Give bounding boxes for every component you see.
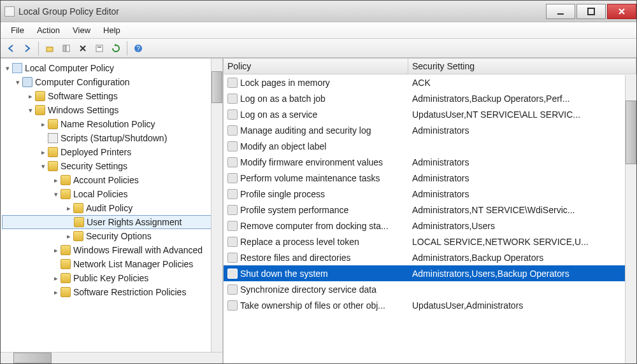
policy-name: Synchronize directory service data: [240, 284, 376, 295]
expand-toggle[interactable]: ▾: [26, 106, 35, 115]
menubar: File Action View Help: [1, 22, 636, 39]
script-icon: [48, 133, 58, 143]
menu-file[interactable]: File: [4, 24, 31, 37]
list-row[interactable]: Modify firmware environment valuesAdmini…: [224, 154, 636, 170]
list-header: Policy Security Setting: [224, 59, 636, 74]
expand-toggle[interactable]: ▸: [52, 246, 61, 255]
policy-name: Profile single process: [240, 189, 325, 199]
list-row[interactable]: Manage auditing and security logAdminist…: [224, 122, 636, 138]
tree-item[interactable]: ▸Name Resolution Policy: [2, 117, 221, 131]
expand-toggle[interactable]: ▾: [13, 78, 22, 87]
list-row[interactable]: Replace a process level tokenLOCAL SERVI…: [224, 234, 636, 249]
forward-button[interactable]: [20, 41, 35, 56]
properties-icon: [95, 44, 104, 53]
list-row[interactable]: Modify an object label: [224, 138, 636, 154]
expand-toggle[interactable]: ▸: [64, 232, 73, 241]
expand-toggle[interactable]: ▸: [26, 92, 35, 101]
close-button[interactable]: [607, 4, 636, 19]
expand-toggle[interactable]: ▸: [52, 288, 61, 297]
expand-toggle[interactable]: ▸: [39, 148, 48, 157]
expand-toggle[interactable]: ▸: [39, 120, 48, 129]
list-row[interactable]: Shut down the systemAdministrators,Users…: [224, 265, 636, 281]
app-icon: [4, 6, 15, 17]
tree-item[interactable]: ▾Computer Configuration: [2, 75, 221, 89]
security-setting: Administrators: [408, 124, 636, 137]
tree-item[interactable]: ▾Windows Settings: [2, 103, 221, 117]
tree[interactable]: ▾ Local Computer Policy ▾Computer Config…: [1, 59, 222, 352]
list-row[interactable]: Perform volume maintenance tasksAdminist…: [224, 170, 636, 186]
tree-label: Software Restriction Policies: [73, 287, 186, 297]
scroll-thumb[interactable]: [211, 71, 222, 103]
policy-name: Log on as a batch job: [240, 94, 326, 104]
tree-root[interactable]: ▾ Local Computer Policy: [2, 61, 221, 75]
tree-item[interactable]: ▸Public Key Policies: [2, 271, 221, 285]
tree-item[interactable]: ▸Deployed Printers: [2, 145, 221, 159]
folder-icon: [73, 203, 83, 213]
refresh-button[interactable]: [108, 41, 124, 56]
minimize-button[interactable]: [546, 4, 575, 19]
expand-toggle[interactable]: ▾: [52, 190, 61, 199]
maximize-button[interactable]: [576, 4, 606, 19]
toolbar: ?: [1, 39, 636, 58]
folder-icon: [35, 91, 45, 101]
tree-label: Scripts (Startup/Shutdown): [61, 133, 167, 143]
list-row[interactable]: Synchronize directory service data: [224, 281, 636, 297]
list-row[interactable]: Log on as a batch jobAdministrators,Back…: [224, 90, 636, 106]
tree-item[interactable]: Scripts (Startup/Shutdown): [2, 131, 221, 145]
show-hide-tree-button[interactable]: [59, 41, 74, 56]
policy-name: Profile system performance: [240, 205, 348, 215]
menu-view[interactable]: View: [66, 24, 97, 37]
security-setting: Administrators,Users,Backup Operators: [408, 267, 636, 280]
toolbar-separator: [127, 41, 127, 55]
list-row[interactable]: Profile single processAdministrators: [224, 186, 636, 202]
column-header-policy[interactable]: Policy: [224, 59, 408, 74]
tree-item[interactable]: ▾Local Policies: [2, 187, 221, 201]
menu-help[interactable]: Help: [97, 24, 127, 37]
expand-toggle[interactable]: ▸: [64, 204, 73, 213]
app-window: Local Group Policy Editor File Action Vi…: [0, 0, 637, 364]
titlebar[interactable]: Local Group Policy Editor: [1, 1, 636, 22]
maximize-icon: [587, 7, 596, 16]
up-button[interactable]: [42, 41, 57, 56]
tree-item[interactable]: ▸Security Options: [2, 229, 221, 243]
list-row[interactable]: Restore files and directoriesAdministrat…: [224, 249, 636, 265]
policy-item-icon: [227, 237, 238, 247]
refresh-icon: [111, 44, 120, 53]
tree-item[interactable]: ▾Security Settings: [2, 159, 221, 173]
policy-name: Replace a process level token: [240, 237, 359, 247]
expand-toggle[interactable]: ▾: [39, 162, 48, 171]
policy-name: Modify an object label: [240, 141, 326, 151]
menu-action[interactable]: Action: [31, 24, 66, 37]
list-vertical-scrollbar[interactable]: [625, 75, 636, 363]
column-header-setting[interactable]: Security Setting: [408, 59, 636, 74]
expand-toggle[interactable]: ▸: [52, 274, 61, 283]
list-row[interactable]: Remove computer from docking sta...Admin…: [224, 218, 636, 234]
tree-item[interactable]: ▸Audit Policy: [2, 201, 221, 215]
list-row[interactable]: Profile system performanceAdministrators…: [224, 202, 636, 218]
tree-item[interactable]: ▸Account Policies: [2, 173, 221, 187]
tree-item[interactable]: Network List Manager Policies: [2, 257, 221, 271]
tree-vertical-scrollbar[interactable]: [211, 59, 222, 352]
policy-item-icon: [227, 189, 238, 199]
policy-item-icon: [227, 141, 238, 151]
scroll-thumb[interactable]: [13, 353, 52, 363]
tree-item[interactable]: ▸Software Restriction Policies: [2, 285, 221, 299]
list-row[interactable]: Lock pages in memoryACK: [224, 74, 636, 90]
security-setting: Administrators: [408, 172, 636, 185]
scroll-thumb[interactable]: [626, 101, 636, 164]
tree-label: User Rights Assignment: [87, 217, 182, 227]
expand-toggle[interactable]: ▸: [52, 176, 61, 185]
list-body[interactable]: Lock pages in memoryACKLog on as a batch…: [224, 74, 636, 363]
back-button[interactable]: [3, 41, 18, 56]
list-row[interactable]: Take ownership of files or other obj...U…: [224, 297, 636, 313]
delete-button[interactable]: [75, 41, 90, 56]
tree-item[interactable]: ▸Windows Firewall with Advanced: [2, 243, 221, 257]
policy-name: Manage auditing and security log: [240, 125, 371, 136]
list-row[interactable]: Log on as a serviceUpdatusUser,NT SERVIC…: [224, 106, 636, 122]
expand-toggle[interactable]: ▾: [3, 64, 12, 73]
tree-item[interactable]: ▸Software Settings: [2, 89, 221, 103]
tree-item[interactable]: User Rights Assignment: [2, 215, 221, 229]
tree-horizontal-scrollbar[interactable]: [1, 352, 222, 363]
help-button[interactable]: ?: [131, 41, 146, 56]
properties-button[interactable]: [92, 41, 107, 56]
